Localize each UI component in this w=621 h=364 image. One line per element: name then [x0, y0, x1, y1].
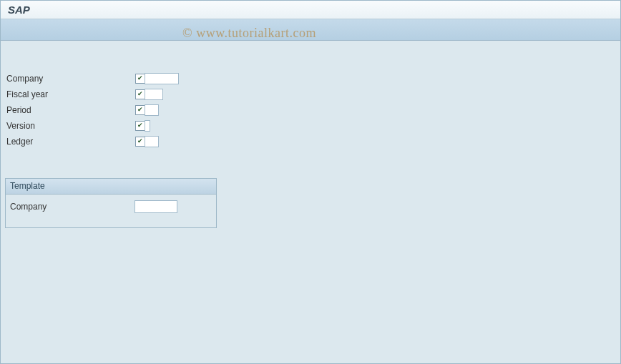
sap-window: SAP Company Fiscal year Period — [0, 0, 621, 364]
selection-fields: Company Fiscal year Period — [5, 71, 616, 149]
input-wrap-period — [135, 104, 159, 116]
label-company: Company — [5, 74, 135, 84]
row-version: Version — [5, 118, 616, 134]
row-fiscal-year: Fiscal year — [5, 87, 616, 102]
input-wrap-company — [135, 73, 179, 84]
label-version: Version — [5, 121, 135, 131]
input-wrap-version — [135, 120, 150, 132]
template-group: Template Company — [5, 178, 217, 228]
row-company: Company — [5, 71, 616, 87]
template-group-title: Template — [6, 179, 216, 195]
title-bar: SAP — [1, 1, 620, 19]
template-group-body: Company — [6, 195, 216, 227]
label-fiscal-year: Fiscal year — [5, 89, 135, 99]
template-company-input[interactable] — [135, 200, 177, 213]
checkbox-icon[interactable] — [135, 105, 145, 115]
ledger-input[interactable] — [145, 136, 159, 147]
row-template-company: Company — [9, 199, 213, 215]
label-period: Period — [5, 105, 135, 115]
label-template-company: Company — [9, 202, 135, 212]
row-ledger: Ledger — [5, 134, 616, 149]
checkbox-icon[interactable] — [135, 89, 145, 99]
label-ledger: Ledger — [5, 137, 135, 147]
checkbox-icon[interactable] — [135, 137, 145, 147]
checkbox-icon[interactable] — [135, 121, 145, 131]
content-area: Company Fiscal year Period — [1, 41, 620, 232]
company-input[interactable] — [145, 73, 179, 84]
version-input[interactable] — [145, 120, 150, 132]
input-wrap-ledger — [135, 136, 159, 147]
checkbox-icon[interactable] — [135, 74, 145, 84]
app-title: SAP — [8, 4, 30, 16]
toolbar — [1, 19, 620, 41]
period-input[interactable] — [145, 104, 159, 116]
input-wrap-fiscal-year — [135, 89, 163, 100]
fiscal-year-input[interactable] — [145, 89, 163, 100]
row-period: Period — [5, 102, 616, 118]
